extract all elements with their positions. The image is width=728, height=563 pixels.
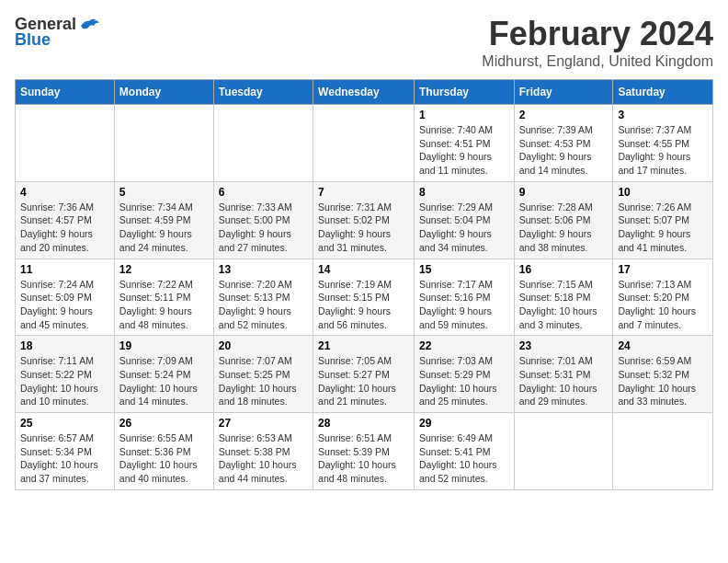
calendar-cell: 19Sunrise: 7:09 AMSunset: 5:24 PMDayligh… xyxy=(114,336,213,413)
day-info: Sunrise: 7:28 AMSunset: 5:06 PMDaylight:… xyxy=(519,201,609,255)
calendar-table: SundayMondayTuesdayWednesdayThursdayFrid… xyxy=(15,79,713,490)
logo-bird-icon xyxy=(79,17,99,33)
day-info: Sunrise: 7:01 AMSunset: 5:31 PMDaylight:… xyxy=(519,354,609,408)
day-info: Sunrise: 7:37 AMSunset: 4:55 PMDaylight:… xyxy=(618,123,708,178)
calendar-cell: 18Sunrise: 7:11 AMSunset: 5:22 PMDayligh… xyxy=(16,336,115,413)
day-info: Sunrise: 7:33 AMSunset: 5:00 PMDaylight:… xyxy=(219,201,308,255)
day-info: Sunrise: 6:49 AMSunset: 5:41 PMDaylight:… xyxy=(419,431,509,486)
page-subtitle: Midhurst, England, United Kingdom xyxy=(482,53,713,70)
day-info: Sunrise: 7:05 AMSunset: 5:27 PMDaylight:… xyxy=(318,354,409,408)
calendar-week-row: 11Sunrise: 7:24 AMSunset: 5:09 PMDayligh… xyxy=(16,259,713,336)
calendar-cell: 16Sunrise: 7:15 AMSunset: 5:18 PMDayligh… xyxy=(514,259,613,336)
day-number: 8 xyxy=(419,186,509,199)
calendar-cell: 27Sunrise: 6:53 AMSunset: 5:38 PMDayligh… xyxy=(213,413,313,490)
day-info: Sunrise: 7:07 AMSunset: 5:25 PMDaylight:… xyxy=(219,354,308,408)
day-number: 2 xyxy=(519,109,609,121)
day-info: Sunrise: 7:13 AMSunset: 5:20 PMDaylight:… xyxy=(618,278,708,332)
day-info: Sunrise: 7:24 AMSunset: 5:09 PMDaylight:… xyxy=(20,278,109,332)
day-number: 24 xyxy=(618,339,708,352)
day-info: Sunrise: 7:34 AMSunset: 4:59 PMDaylight:… xyxy=(119,201,209,255)
calendar-cell: 23Sunrise: 7:01 AMSunset: 5:31 PMDayligh… xyxy=(514,336,613,413)
calendar-cell: 4Sunrise: 7:36 AMSunset: 4:57 PMDaylight… xyxy=(16,181,115,259)
calendar-week-row: 4Sunrise: 7:36 AMSunset: 4:57 PMDaylight… xyxy=(16,181,713,259)
day-number: 15 xyxy=(419,263,509,276)
day-info: Sunrise: 7:20 AMSunset: 5:13 PMDaylight:… xyxy=(219,278,308,332)
day-number: 13 xyxy=(219,263,308,276)
day-number: 19 xyxy=(119,339,209,352)
day-info: Sunrise: 7:29 AMSunset: 5:04 PMDaylight:… xyxy=(419,201,509,255)
calendar-cell: 3Sunrise: 7:37 AMSunset: 4:55 PMDaylight… xyxy=(613,105,713,182)
day-info: Sunrise: 7:11 AMSunset: 5:22 PMDaylight:… xyxy=(20,354,109,408)
logo-blue: Blue xyxy=(15,30,51,50)
day-number: 14 xyxy=(318,263,409,276)
day-info: Sunrise: 7:39 AMSunset: 4:53 PMDaylight:… xyxy=(519,123,609,178)
calendar-cell: 8Sunrise: 7:29 AMSunset: 5:04 PMDaylight… xyxy=(414,181,514,259)
calendar-week-row: 1Sunrise: 7:40 AMSunset: 4:51 PMDaylight… xyxy=(16,105,713,182)
day-info: Sunrise: 7:17 AMSunset: 5:16 PMDaylight:… xyxy=(419,278,509,332)
day-number: 20 xyxy=(219,339,308,352)
day-number: 7 xyxy=(318,186,409,199)
day-info: Sunrise: 6:57 AMSunset: 5:34 PMDaylight:… xyxy=(20,431,109,486)
day-number: 21 xyxy=(318,339,409,352)
calendar-cell xyxy=(213,105,313,182)
day-number: 4 xyxy=(20,186,109,199)
day-info: Sunrise: 6:51 AMSunset: 5:39 PMDaylight:… xyxy=(318,431,409,486)
calendar-weekday-header: Tuesday xyxy=(213,80,313,105)
calendar-cell: 29Sunrise: 6:49 AMSunset: 5:41 PMDayligh… xyxy=(414,413,514,490)
day-number: 12 xyxy=(119,263,209,276)
day-number: 9 xyxy=(519,186,609,199)
calendar-weekday-header: Sunday xyxy=(16,80,115,105)
logo: General Blue xyxy=(15,15,99,50)
calendar-cell: 28Sunrise: 6:51 AMSunset: 5:39 PMDayligh… xyxy=(313,413,415,490)
day-number: 11 xyxy=(20,263,109,276)
day-info: Sunrise: 6:55 AMSunset: 5:36 PMDaylight:… xyxy=(119,431,209,486)
day-number: 23 xyxy=(519,339,609,352)
day-number: 10 xyxy=(618,186,708,199)
calendar-cell: 20Sunrise: 7:07 AMSunset: 5:25 PMDayligh… xyxy=(213,336,313,413)
day-number: 22 xyxy=(419,339,509,352)
day-info: Sunrise: 7:22 AMSunset: 5:11 PMDaylight:… xyxy=(119,278,209,332)
day-number: 6 xyxy=(219,186,308,199)
day-info: Sunrise: 7:03 AMSunset: 5:29 PMDaylight:… xyxy=(419,354,509,408)
day-number: 18 xyxy=(20,339,109,352)
calendar-cell: 25Sunrise: 6:57 AMSunset: 5:34 PMDayligh… xyxy=(16,413,115,490)
day-number: 17 xyxy=(618,263,708,276)
calendar-cell xyxy=(114,105,213,182)
calendar-cell: 9Sunrise: 7:28 AMSunset: 5:06 PMDaylight… xyxy=(514,181,613,259)
day-info: Sunrise: 7:19 AMSunset: 5:15 PMDaylight:… xyxy=(318,278,409,332)
calendar-weekday-header: Thursday xyxy=(414,80,514,105)
calendar-body: 1Sunrise: 7:40 AMSunset: 4:51 PMDaylight… xyxy=(16,105,713,490)
calendar-cell xyxy=(313,105,415,182)
calendar-cell: 17Sunrise: 7:13 AMSunset: 5:20 PMDayligh… xyxy=(613,259,713,336)
calendar-cell: 6Sunrise: 7:33 AMSunset: 5:00 PMDaylight… xyxy=(213,181,313,259)
calendar-cell: 12Sunrise: 7:22 AMSunset: 5:11 PMDayligh… xyxy=(114,259,213,336)
day-info: Sunrise: 7:26 AMSunset: 5:07 PMDaylight:… xyxy=(618,201,708,255)
calendar-cell xyxy=(613,413,713,490)
calendar-cell: 24Sunrise: 6:59 AMSunset: 5:32 PMDayligh… xyxy=(613,336,713,413)
calendar-weekday-header: Wednesday xyxy=(313,80,415,105)
calendar-cell xyxy=(16,105,115,182)
day-number: 5 xyxy=(119,186,209,199)
calendar-weekday-header: Saturday xyxy=(613,80,713,105)
calendar-cell xyxy=(514,413,613,490)
calendar-cell: 1Sunrise: 7:40 AMSunset: 4:51 PMDaylight… xyxy=(414,105,514,182)
calendar-cell: 13Sunrise: 7:20 AMSunset: 5:13 PMDayligh… xyxy=(213,259,313,336)
day-info: Sunrise: 6:53 AMSunset: 5:38 PMDaylight:… xyxy=(219,431,308,486)
day-info: Sunrise: 7:40 AMSunset: 4:51 PMDaylight:… xyxy=(419,123,509,178)
day-number: 27 xyxy=(219,417,308,430)
day-number: 28 xyxy=(318,417,409,430)
calendar-cell: 21Sunrise: 7:05 AMSunset: 5:27 PMDayligh… xyxy=(313,336,415,413)
page-title: February 2024 xyxy=(482,15,713,53)
title-section: February 2024 Midhurst, England, United … xyxy=(482,15,713,70)
calendar-weekday-header: Friday xyxy=(514,80,613,105)
day-info: Sunrise: 7:15 AMSunset: 5:18 PMDaylight:… xyxy=(519,278,609,332)
calendar-cell: 7Sunrise: 7:31 AMSunset: 5:02 PMDaylight… xyxy=(313,181,415,259)
day-number: 16 xyxy=(519,263,609,276)
calendar-cell: 2Sunrise: 7:39 AMSunset: 4:53 PMDaylight… xyxy=(514,105,613,182)
calendar-header-row: SundayMondayTuesdayWednesdayThursdayFrid… xyxy=(16,80,713,105)
day-info: Sunrise: 7:31 AMSunset: 5:02 PMDaylight:… xyxy=(318,201,409,255)
day-number: 25 xyxy=(20,417,109,430)
calendar-cell: 5Sunrise: 7:34 AMSunset: 4:59 PMDaylight… xyxy=(114,181,213,259)
day-info: Sunrise: 6:59 AMSunset: 5:32 PMDaylight:… xyxy=(618,354,708,408)
day-number: 1 xyxy=(419,109,509,121)
